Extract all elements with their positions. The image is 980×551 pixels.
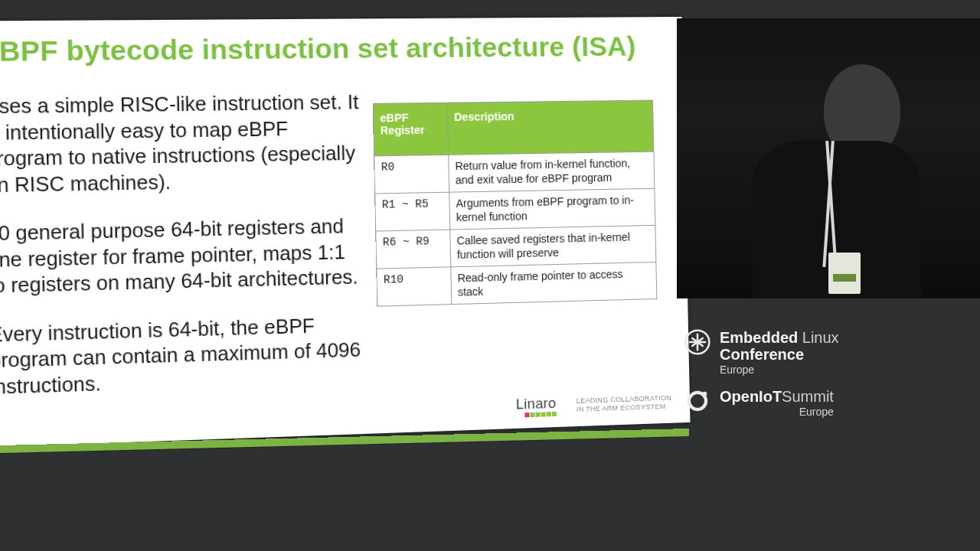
table-header-row: eBPF Register Description <box>373 100 654 156</box>
openiot-sub-europe: Europe <box>720 406 834 418</box>
svg-point-2 <box>702 392 707 396</box>
register-cell: R6 ~ R9 <box>376 230 451 269</box>
slide-title: eBPF bytecode instruction set architectu… <box>0 31 652 67</box>
openiot-icon <box>684 388 710 414</box>
table-header-register: eBPF Register <box>373 103 448 156</box>
description-cell: Callee saved registers that in-kernel fu… <box>449 225 655 266</box>
table-row: R0 Return value from in-kernel function,… <box>374 152 655 194</box>
elc-word-linux: Linux <box>802 329 839 346</box>
register-cell: R10 <box>377 267 452 306</box>
linaro-logo: Linaro <box>516 396 557 418</box>
table-row: R10 Read-only frame pointer to access st… <box>377 262 657 306</box>
register-cell: R1 ~ R5 <box>375 192 450 231</box>
slide-paragraph-3: Every instruction is 64-bit, the eBPF pr… <box>0 311 366 400</box>
slide-paragraph-2: 10 general purpose 64-bit registers and … <box>0 213 364 298</box>
slide-footer: Linaro LEADING COLLABORATION IN THE ARM … <box>516 393 672 418</box>
openiot-text: OpenIoTSummit Europe <box>720 388 834 418</box>
linaro-wordmark: Linaro <box>516 396 557 412</box>
table-row: R6 ~ R9 Callee saved registers that in-k… <box>376 225 656 269</box>
openiot-word-openiot: OpenIoT <box>720 388 782 405</box>
elc-sub-europe: Europe <box>720 364 839 376</box>
openiot-logo: OpenIoTSummit Europe <box>684 388 914 418</box>
slide-paragraph-1: Uses a simple RISC-like instruction set.… <box>0 90 361 198</box>
elc-text: Embedded Linux Conference Europe <box>720 329 839 376</box>
speaker-video <box>677 18 980 298</box>
stage: eBPF bytecode instruction set architectu… <box>0 0 980 551</box>
description-cell: Read-only frame pointer to access stack <box>450 262 656 304</box>
speaker-badge <box>828 253 861 294</box>
conference-logos: Embedded Linux Conference Europe OpenIoT… <box>684 329 914 431</box>
table-header-description: Description <box>447 100 654 155</box>
elc-word-embedded: Embedded <box>720 329 802 346</box>
slide-wrapper: eBPF bytecode instruction set architectu… <box>0 17 686 434</box>
presentation-slide: eBPF bytecode instruction set architectu… <box>0 17 691 448</box>
description-cell: Arguments from eBPF program to in-kernel… <box>449 188 655 230</box>
description-cell: Return value from in-kernel function, an… <box>448 152 655 192</box>
linaro-squares-icon <box>524 412 557 417</box>
slide-body: Uses a simple RISC-like instruction set.… <box>0 90 367 422</box>
linaro-tagline: LEADING COLLABORATION IN THE ARM ECOSYST… <box>577 393 672 414</box>
register-table: eBPF Register Description R0 Return valu… <box>373 99 658 306</box>
openiot-word-summit: Summit <box>782 388 834 405</box>
elc-word-conference: Conference <box>720 346 839 363</box>
elc-icon <box>684 329 710 355</box>
table-row: R1 ~ R5 Arguments from eBPF program to i… <box>375 188 655 231</box>
register-cell: R0 <box>374 155 449 194</box>
elc-logo: Embedded Linux Conference Europe <box>684 329 914 376</box>
